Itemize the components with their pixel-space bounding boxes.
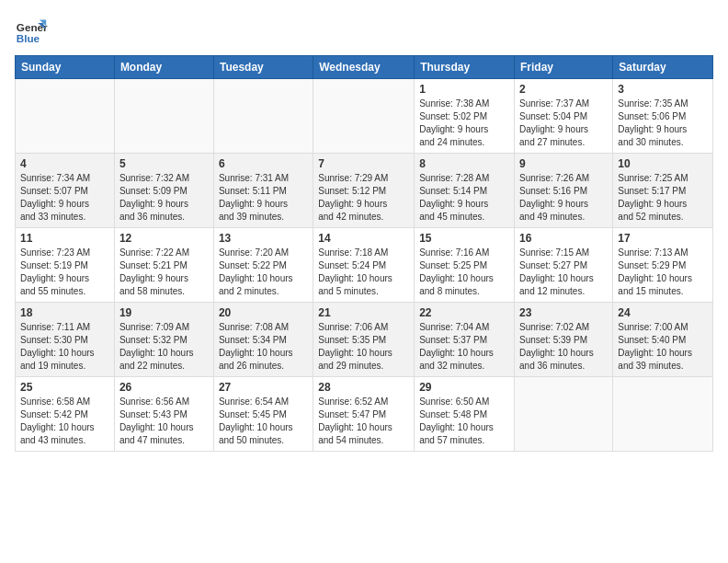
day-info: Sunrise: 7:23 AM Sunset: 5:19 PM Dayligh… (20, 247, 109, 298)
day-header-saturday: Saturday (613, 56, 713, 79)
day-number: 29 (419, 381, 509, 394)
day-info: Sunrise: 7:35 AM Sunset: 5:06 PM Dayligh… (618, 98, 708, 149)
day-number: 26 (119, 381, 209, 394)
calendar-day-14: 14Sunrise: 7:18 AM Sunset: 5:24 PM Dayli… (313, 228, 415, 303)
calendar-empty (213, 79, 313, 154)
calendar-day-27: 27Sunrise: 6:54 AM Sunset: 5:45 PM Dayli… (213, 377, 313, 452)
day-info: Sunrise: 7:15 AM Sunset: 5:27 PM Dayligh… (519, 247, 608, 298)
day-info: Sunrise: 7:32 AM Sunset: 5:09 PM Dayligh… (119, 172, 209, 224)
calendar-day-13: 13Sunrise: 7:20 AM Sunset: 5:22 PM Dayli… (213, 228, 313, 303)
day-number: 11 (20, 232, 109, 245)
day-number: 6 (219, 157, 308, 170)
calendar-day-15: 15Sunrise: 7:16 AM Sunset: 5:25 PM Dayli… (415, 228, 515, 303)
calendar-day-25: 25Sunrise: 6:58 AM Sunset: 5:42 PM Dayli… (16, 377, 115, 452)
calendar-week-4: 18Sunrise: 7:11 AM Sunset: 5:30 PM Dayli… (16, 303, 713, 377)
day-info: Sunrise: 7:09 AM Sunset: 5:32 PM Dayligh… (119, 321, 209, 373)
day-number: 9 (519, 157, 608, 170)
day-number: 19 (119, 306, 209, 319)
day-info: Sunrise: 7:37 AM Sunset: 5:04 PM Dayligh… (519, 98, 608, 149)
calendar-day-5: 5Sunrise: 7:32 AM Sunset: 5:09 PM Daylig… (114, 154, 213, 228)
day-info: Sunrise: 6:56 AM Sunset: 5:43 PM Dayligh… (119, 396, 209, 447)
calendar-day-28: 28Sunrise: 6:52 AM Sunset: 5:47 PM Dayli… (313, 377, 415, 452)
calendar-week-3: 11Sunrise: 7:23 AM Sunset: 5:19 PM Dayli… (16, 228, 713, 303)
calendar-day-18: 18Sunrise: 7:11 AM Sunset: 5:30 PM Dayli… (16, 303, 115, 377)
day-number: 18 (20, 306, 109, 319)
day-number: 5 (119, 157, 209, 170)
day-info: Sunrise: 7:04 AM Sunset: 5:37 PM Dayligh… (419, 321, 509, 373)
day-header-thursday: Thursday (415, 56, 515, 79)
calendar-table: SundayMondayTuesdayWednesdayThursdayFrid… (15, 55, 713, 452)
day-info: Sunrise: 7:22 AM Sunset: 5:21 PM Dayligh… (119, 247, 209, 298)
calendar-day-23: 23Sunrise: 7:02 AM Sunset: 5:39 PM Dayli… (515, 303, 613, 377)
calendar-day-22: 22Sunrise: 7:04 AM Sunset: 5:37 PM Dayli… (415, 303, 515, 377)
calendar-day-9: 9Sunrise: 7:26 AM Sunset: 5:16 PM Daylig… (515, 154, 613, 228)
day-number: 14 (318, 232, 409, 245)
calendar-body: 1Sunrise: 7:38 AM Sunset: 5:02 PM Daylig… (16, 79, 713, 452)
day-info: Sunrise: 6:58 AM Sunset: 5:42 PM Dayligh… (20, 396, 109, 447)
calendar-day-16: 16Sunrise: 7:15 AM Sunset: 5:27 PM Dayli… (515, 228, 613, 303)
day-number: 17 (618, 232, 708, 245)
logo: General Blue (15, 15, 48, 48)
day-number: 7 (318, 157, 409, 170)
day-info: Sunrise: 7:20 AM Sunset: 5:22 PM Dayligh… (219, 247, 308, 298)
day-number: 23 (519, 306, 608, 319)
day-header-friday: Friday (515, 56, 613, 79)
day-info: Sunrise: 7:06 AM Sunset: 5:35 PM Dayligh… (318, 321, 409, 373)
day-number: 27 (219, 381, 308, 394)
calendar-day-11: 11Sunrise: 7:23 AM Sunset: 5:19 PM Dayli… (16, 228, 115, 303)
day-info: Sunrise: 7:26 AM Sunset: 5:16 PM Dayligh… (519, 172, 608, 224)
day-number: 15 (419, 232, 509, 245)
day-number: 20 (219, 306, 308, 319)
day-info: Sunrise: 7:16 AM Sunset: 5:25 PM Dayligh… (419, 247, 509, 298)
calendar-week-5: 25Sunrise: 6:58 AM Sunset: 5:42 PM Dayli… (16, 377, 713, 452)
day-info: Sunrise: 7:08 AM Sunset: 5:34 PM Dayligh… (219, 321, 308, 373)
day-number: 16 (519, 232, 608, 245)
day-number: 2 (519, 83, 608, 96)
calendar-day-10: 10Sunrise: 7:25 AM Sunset: 5:17 PM Dayli… (613, 154, 713, 228)
page-header: General Blue (15, 15, 713, 48)
calendar-empty (114, 79, 213, 154)
day-info: Sunrise: 7:02 AM Sunset: 5:39 PM Dayligh… (519, 321, 608, 373)
day-number: 8 (419, 157, 509, 170)
day-info: Sunrise: 7:31 AM Sunset: 5:11 PM Dayligh… (219, 172, 308, 224)
calendar-empty (16, 79, 115, 154)
day-header-monday: Monday (114, 56, 213, 79)
day-number: 13 (219, 232, 308, 245)
day-header-tuesday: Tuesday (213, 56, 313, 79)
calendar-day-20: 20Sunrise: 7:08 AM Sunset: 5:34 PM Dayli… (213, 303, 313, 377)
calendar-header-row: SundayMondayTuesdayWednesdayThursdayFrid… (16, 56, 713, 79)
day-info: Sunrise: 7:11 AM Sunset: 5:30 PM Dayligh… (20, 321, 109, 373)
day-info: Sunrise: 7:29 AM Sunset: 5:12 PM Dayligh… (318, 172, 409, 224)
calendar-day-21: 21Sunrise: 7:06 AM Sunset: 5:35 PM Dayli… (313, 303, 415, 377)
calendar-empty (515, 377, 613, 452)
day-info: Sunrise: 7:25 AM Sunset: 5:17 PM Dayligh… (618, 172, 708, 224)
calendar-day-24: 24Sunrise: 7:00 AM Sunset: 5:40 PM Dayli… (613, 303, 713, 377)
day-number: 25 (20, 381, 109, 394)
calendar-week-1: 1Sunrise: 7:38 AM Sunset: 5:02 PM Daylig… (16, 79, 713, 154)
calendar-day-26: 26Sunrise: 6:56 AM Sunset: 5:43 PM Dayli… (114, 377, 213, 452)
day-number: 4 (20, 157, 109, 170)
calendar-day-19: 19Sunrise: 7:09 AM Sunset: 5:32 PM Dayli… (114, 303, 213, 377)
day-number: 1 (419, 83, 509, 96)
calendar-day-12: 12Sunrise: 7:22 AM Sunset: 5:21 PM Dayli… (114, 228, 213, 303)
day-info: Sunrise: 7:28 AM Sunset: 5:14 PM Dayligh… (419, 172, 509, 224)
calendar-day-6: 6Sunrise: 7:31 AM Sunset: 5:11 PM Daylig… (213, 154, 313, 228)
day-info: Sunrise: 6:54 AM Sunset: 5:45 PM Dayligh… (219, 396, 308, 447)
day-info: Sunrise: 7:34 AM Sunset: 5:07 PM Dayligh… (20, 172, 109, 224)
day-header-sunday: Sunday (16, 56, 115, 79)
calendar-day-4: 4Sunrise: 7:34 AM Sunset: 5:07 PM Daylig… (16, 154, 115, 228)
day-info: Sunrise: 7:18 AM Sunset: 5:24 PM Dayligh… (318, 247, 409, 298)
calendar-day-2: 2Sunrise: 7:37 AM Sunset: 5:04 PM Daylig… (515, 79, 613, 154)
day-info: Sunrise: 7:00 AM Sunset: 5:40 PM Dayligh… (618, 321, 708, 373)
calendar-day-17: 17Sunrise: 7:13 AM Sunset: 5:29 PM Dayli… (613, 228, 713, 303)
calendar-day-1: 1Sunrise: 7:38 AM Sunset: 5:02 PM Daylig… (415, 79, 515, 154)
calendar-day-3: 3Sunrise: 7:35 AM Sunset: 5:06 PM Daylig… (613, 79, 713, 154)
svg-text:Blue: Blue (17, 32, 40, 44)
day-info: Sunrise: 6:50 AM Sunset: 5:48 PM Dayligh… (419, 396, 509, 447)
day-number: 3 (618, 83, 708, 96)
day-number: 28 (318, 381, 409, 394)
day-number: 12 (119, 232, 209, 245)
logo-icon: General Blue (15, 15, 48, 48)
calendar-day-7: 7Sunrise: 7:29 AM Sunset: 5:12 PM Daylig… (313, 154, 415, 228)
day-info: Sunrise: 7:13 AM Sunset: 5:29 PM Dayligh… (618, 247, 708, 298)
